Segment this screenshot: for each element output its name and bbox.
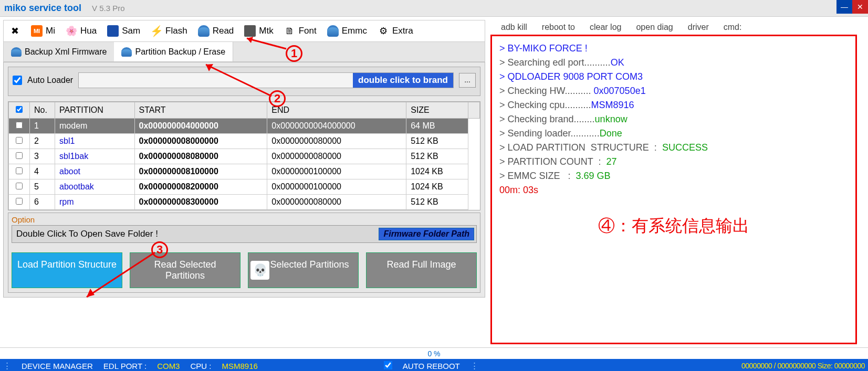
row-checkbox[interactable] — [16, 152, 23, 159]
row-no: 5 — [30, 179, 55, 195]
row-size: 512 KB — [406, 195, 468, 210]
row-end: 0x0000000080000 — [267, 149, 406, 164]
read-full-button[interactable]: Read Full Image — [366, 252, 477, 288]
header-size: SIZE — [406, 102, 468, 119]
cpu-label: CPU : — [190, 362, 211, 370]
hua-button[interactable]: 🌸Hua — [60, 23, 102, 39]
db-icon — [11, 47, 22, 57]
log-line: 00m: 03s — [499, 183, 848, 197]
erase-label: se Selected Partitions — [257, 259, 349, 270]
auto-reboot-label: AUTO REBOOT — [403, 362, 460, 370]
auto-loader-checkbox[interactable] — [13, 76, 22, 85]
right-panel: adb kill reboot to clear log open diag d… — [488, 17, 861, 347]
table-row[interactable]: 2sbl10x0000000080000000x0000000080000512… — [9, 134, 480, 149]
db-icon — [121, 47, 132, 57]
flash-button[interactable]: ⚡Flash — [145, 23, 193, 39]
row-end: 0x0000000100000 — [267, 164, 406, 179]
log-line: > LOAD PARTITION STRUCTURE : SUCCESS — [499, 141, 848, 155]
svg-line-4 — [87, 252, 155, 297]
table-row[interactable]: 4aboot0x0000000081000000x000000010000010… — [9, 164, 480, 179]
row-no: 1 — [30, 119, 55, 134]
partition-table: No. PARTITION START END SIZE 1modem0x000… — [8, 101, 480, 210]
row-start: 0x000000008100000 — [134, 164, 267, 179]
row-end: 0x0000000080000 — [267, 195, 406, 210]
mi-label: Mi — [46, 26, 55, 36]
minimize-button[interactable]: — — [836, 0, 852, 14]
tools-icon: ✖ — [9, 25, 20, 37]
browse-button[interactable]: ... — [459, 73, 476, 88]
row-checkbox[interactable] — [16, 198, 23, 205]
cpu-value: MSM8916 — [222, 362, 257, 370]
svg-line-2 — [206, 65, 271, 96]
auto-loader-label: Auto Loader — [27, 76, 73, 85]
row-no: 3 — [30, 149, 55, 164]
row-size: 512 KB — [406, 134, 468, 149]
skull-icon: 💀 — [250, 261, 269, 280]
row-size: 1024 KB — [406, 164, 468, 179]
row-checkbox[interactable] — [16, 122, 23, 129]
sam-button[interactable]: Sam — [102, 23, 145, 39]
link-driver[interactable]: driver — [688, 23, 709, 32]
progress-bar: 0 % — [0, 347, 868, 359]
row-size: 512 KB — [406, 149, 468, 164]
mi-button[interactable]: MIMi — [26, 23, 60, 39]
tab-partition-backup[interactable]: Partition Backup / Erase — [114, 42, 233, 61]
row-start: 0x000000008000000 — [134, 134, 267, 149]
hua-label: Hua — [80, 26, 97, 36]
tools-button[interactable]: ✖ — [4, 23, 26, 39]
row-size: 64 MB — [406, 119, 468, 134]
extra-label: Extra — [392, 26, 413, 36]
device-manager-label[interactable]: DEVICE MANAGER — [22, 362, 93, 370]
font-label: Font — [299, 26, 317, 36]
erase-selected-button[interactable]: 💀se Selected Partitions — [248, 252, 359, 288]
link-adb-kill[interactable]: adb kill — [501, 23, 527, 32]
table-row[interactable]: 1modem0x0000000040000000x000000000400000… — [9, 119, 480, 134]
row-start: 0x000000004000000 — [134, 119, 267, 134]
row-partition: sbl1 — [55, 134, 135, 149]
emmc-button[interactable]: Emmc — [322, 23, 372, 39]
row-checkbox[interactable] — [16, 167, 23, 174]
scrollbar[interactable] — [468, 102, 480, 119]
row-size: 1024 KB — [406, 179, 468, 195]
font-icon: 🗎 — [284, 25, 296, 37]
link-reboot-to[interactable]: reboot to — [542, 23, 575, 32]
progress-text: 0 % — [427, 349, 440, 358]
annotation-circle-3: 3 — [151, 241, 168, 258]
close-button[interactable]: ✕ — [852, 0, 868, 14]
row-checkbox[interactable] — [16, 183, 23, 189]
brand-hint[interactable]: double click to brand — [353, 73, 453, 88]
row-start: 0x000000008080000 — [134, 149, 267, 164]
auto-reboot-checkbox[interactable] — [384, 361, 392, 369]
annotation-arrow-2 — [201, 62, 274, 101]
log-line: > PARTITION COUNT : 27 — [499, 155, 848, 169]
header-partition: PARTITION — [55, 102, 135, 119]
row-end: 0x0000000080000 — [267, 134, 406, 149]
app-name: miko service tool — [4, 3, 81, 14]
table-row[interactable]: 6rpm0x0000000083000000x0000000080000512 … — [9, 195, 480, 210]
tab-backup-xml[interactable]: Backup Xml Firmware — [4, 42, 114, 61]
header-check[interactable] — [9, 102, 30, 119]
row-no: 4 — [30, 164, 55, 179]
row-partition: abootbak — [55, 179, 135, 195]
header-start: START — [134, 102, 267, 119]
row-checkbox[interactable] — [16, 137, 23, 144]
table-row[interactable]: 5abootbak0x0000000082000000x000000010000… — [9, 179, 480, 195]
extra-button[interactable]: ⚙Extra — [372, 23, 419, 39]
row-partition: sbl1bak — [55, 149, 135, 164]
read-button[interactable]: Read — [193, 23, 239, 39]
edl-port-value: COM3 — [157, 362, 180, 370]
folder-row[interactable]: Double Click To Open Save Folder ! Firmw… — [12, 225, 477, 243]
flash-icon: ⚡ — [151, 25, 162, 37]
emmc-icon — [327, 25, 339, 37]
log-line: > Checking brand........unknow — [499, 112, 848, 126]
app-version: V 5.3 Pro — [92, 4, 125, 13]
annotation-arrow-1 — [242, 36, 289, 54]
link-open-diag[interactable]: open diag — [636, 23, 673, 32]
firmware-folder-path[interactable]: Firmware Folder Path — [379, 228, 474, 240]
table-row[interactable]: 3sbl1bak0x0000000080800000x0000000080000… — [9, 149, 480, 164]
read-icon — [198, 25, 210, 37]
link-cmd[interactable]: cmd: — [724, 23, 742, 32]
row-partition: rpm — [55, 195, 135, 210]
link-clear-log[interactable]: clear log — [590, 23, 621, 32]
row-start: 0x000000008200000 — [134, 179, 267, 195]
